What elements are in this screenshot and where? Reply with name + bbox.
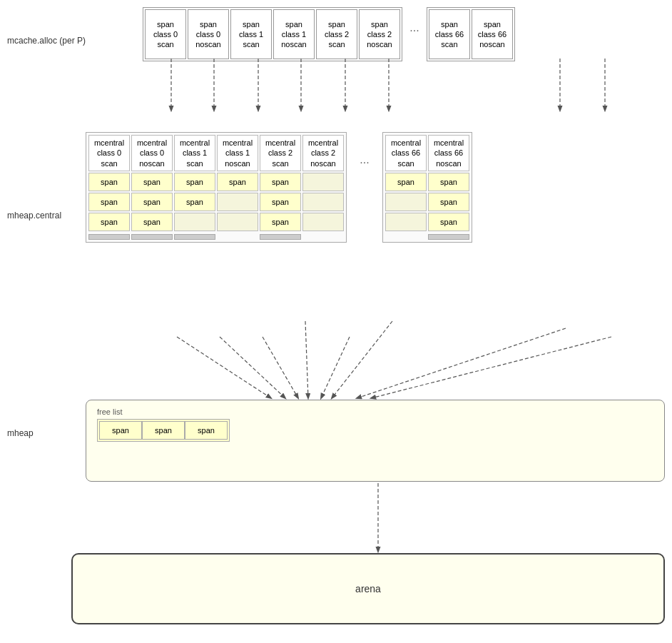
mcache-box-5: spanclass 2noscan	[359, 9, 400, 59]
mcentral-span-empty	[302, 173, 344, 191]
mcentral-header-1-scan: mcentralclass 1scan	[174, 135, 215, 171]
mcentral-col-0-noscan: mcentralclass 0noscan span span span	[131, 135, 173, 240]
mcentral-col-1-scan: mcentralclass 1scan span span	[174, 135, 215, 240]
mcentral-span-empty	[385, 193, 427, 211]
mcentral-header-66-noscan: mcentralclass 66noscan	[428, 135, 469, 171]
mcentral-span: span	[131, 213, 173, 231]
mcentral-right-group: mcentralclass 66scan span mcentralclass …	[382, 132, 472, 243]
mcentral-span-empty	[302, 213, 344, 231]
mcache-label: mcache.alloc (per P)	[7, 36, 86, 46]
arrow-mc-mh-4	[321, 337, 350, 398]
mcentral-scrollbar	[260, 234, 301, 240]
mheap-label: mheap	[7, 428, 34, 438]
mcentral-wrapper: mcentralclass 0scan span span span mcent…	[86, 132, 665, 243]
arrows-svg	[0, 0, 672, 643]
mcache-left-group: spanclass 0scan spanclass 0noscan spancl…	[143, 7, 402, 61]
mcentral-header-66-scan: mcentralclass 66scan	[385, 135, 427, 171]
mcache-box-0: spanclass 0scan	[145, 9, 186, 59]
arena-label: arena	[355, 583, 381, 594]
mcentral-col-66-scan: mcentralclass 66scan span	[385, 135, 427, 240]
mcentral-header-2-noscan: mcentralclass 2noscan	[302, 135, 344, 171]
mcentral-span: span	[260, 213, 301, 231]
mcentral-span: span	[131, 173, 173, 191]
mcache-box-7: spanclass 66noscan	[472, 9, 513, 59]
mcentral-scrollbar	[174, 234, 215, 240]
mcentral-span-empty	[217, 213, 258, 231]
mcentral-span: span	[385, 173, 427, 191]
mcentral-span-empty	[385, 213, 427, 231]
arrow-mc-mh-0	[177, 337, 271, 398]
freelist-items: span span span	[97, 419, 230, 442]
mcentral-header-0-noscan: mcentralclass 0noscan	[131, 135, 173, 171]
mcentral-span: span	[260, 173, 301, 191]
mcache-row: spanclass 0scan spanclass 0noscan spancl…	[143, 7, 515, 61]
mcentral-span-empty	[302, 193, 344, 211]
mcentral-header-0-scan: mcentralclass 0scan	[88, 135, 130, 171]
mcache-dots: ...	[404, 7, 425, 34]
mcentral-scrollbar	[88, 234, 130, 240]
mcache-box-3: spanclass 1noscan	[273, 9, 315, 59]
mcentral-span-empty	[217, 193, 258, 211]
mcentral-col-0-scan: mcentralclass 0scan span span span	[88, 135, 130, 240]
arrow-mc-mh-3	[305, 321, 308, 398]
mcentral-span: span	[174, 173, 215, 191]
mcentral-span-empty	[174, 213, 215, 231]
arrow-mc-mh-7	[371, 337, 611, 398]
freelist-span-0: span	[99, 421, 142, 440]
mcache-right-group: spanclass 66scan spanclass 66noscan	[427, 7, 515, 61]
freelist-span-2: span	[185, 421, 228, 440]
mcentral-col-1-noscan: mcentralclass 1noscan span	[217, 135, 258, 240]
mcentral-section: mcentralclass 0scan span span span mcent…	[86, 132, 665, 243]
arrow-mc-mh-5	[332, 321, 392, 398]
mcentral-span: span	[217, 173, 258, 191]
mcache-box-1: spanclass 0noscan	[188, 9, 229, 59]
mcentral-span: span	[131, 193, 173, 211]
mheap-freelist: free list span span span	[97, 407, 230, 442]
arrow-mc-mh-2	[263, 337, 298, 398]
freelist-span-1: span	[142, 421, 185, 440]
mcentral-span: span	[260, 193, 301, 211]
mcentral-span: span	[88, 193, 130, 211]
arrow-mc-mh-6	[357, 328, 566, 398]
mcentral-span: span	[174, 193, 215, 211]
diagram-container: mcache.alloc (per P) mheap.central mheap…	[0, 0, 672, 643]
mcentral-col-66-noscan: mcentralclass 66noscan span span span	[428, 135, 469, 240]
freelist-label: free list	[97, 407, 230, 416]
mcentral-span: span	[428, 193, 469, 211]
mcache-box-6: spanclass 66scan	[429, 9, 470, 59]
mheap-section: free list span span span	[86, 400, 665, 482]
mcentral-header-1-noscan: mcentralclass 1noscan	[217, 135, 258, 171]
mheap-central-label: mheap.central	[7, 211, 61, 221]
arena-section: arena	[71, 553, 665, 624]
mcentral-col-2-scan: mcentralclass 2scan span span span	[260, 135, 301, 240]
mcentral-span: span	[88, 173, 130, 191]
mcentral-dots: ...	[354, 132, 375, 166]
arrow-mc-mh-1	[220, 337, 285, 398]
mcentral-span: span	[428, 213, 469, 231]
mcentral-left-group: mcentralclass 0scan span span span mcent…	[86, 132, 347, 243]
mcache-box-2: spanclass 1scan	[230, 9, 272, 59]
mcentral-scrollbar	[131, 234, 173, 240]
mcentral-span: span	[428, 173, 469, 191]
mcentral-span: span	[88, 213, 130, 231]
mcentral-scrollbar	[428, 234, 469, 240]
mcentral-col-2-noscan: mcentralclass 2noscan	[302, 135, 344, 240]
mcentral-header-2-scan: mcentralclass 2scan	[260, 135, 301, 171]
mcache-box-4: spanclass 2scan	[316, 9, 357, 59]
